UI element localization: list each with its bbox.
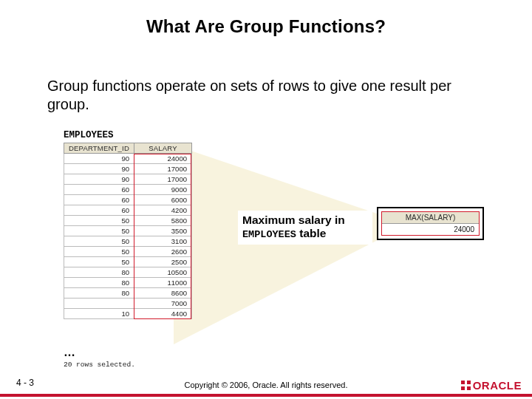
cell-department-id: 80 xyxy=(64,267,134,278)
cell-salary: 3100 xyxy=(134,236,191,247)
cell-salary: 3500 xyxy=(134,226,191,236)
cell-salary: 11000 xyxy=(134,278,191,288)
callout-line1: Maximum salary in xyxy=(242,214,368,227)
cell-department-id: 80 xyxy=(64,288,134,299)
table-row: 502500 xyxy=(64,257,192,267)
cell-salary: 17000 xyxy=(134,164,191,174)
table-row: 9024000 xyxy=(64,154,192,164)
cell-salary: 5800 xyxy=(134,216,191,226)
footer-red-bar xyxy=(0,394,532,397)
cell-department-id: 50 xyxy=(64,257,134,267)
table-row: 7000 xyxy=(64,299,192,309)
cell-department-id: 50 xyxy=(64,226,134,236)
cell-salary: 24000 xyxy=(134,154,191,164)
result-value: 24000 xyxy=(382,224,480,236)
table-row: 503500 xyxy=(64,226,192,236)
cell-department-id: 90 xyxy=(64,174,134,185)
cell-department-id: 60 xyxy=(64,195,134,205)
cell-salary: 10500 xyxy=(134,267,191,278)
cell-salary: 9000 xyxy=(134,185,191,195)
employees-table: DEPARTMENT_ID SALARY 9024000901700090170… xyxy=(64,143,192,319)
slide-title: What Are Group Functions? xyxy=(0,16,532,37)
result-table: MAX(SALARY) 24000 xyxy=(381,211,480,236)
cell-department-id: 60 xyxy=(64,205,134,216)
oracle-logo: ORACLE xyxy=(461,379,522,392)
slide: What Are Group Functions? Group function… xyxy=(0,0,532,399)
table-row: 8011000 xyxy=(64,278,192,288)
oracle-logo-text: ORACLE xyxy=(473,379,522,392)
table-row: 104400 xyxy=(64,309,192,319)
cell-salary: 4200 xyxy=(134,205,191,216)
ellipsis: … xyxy=(64,346,75,359)
oracle-grid-icon xyxy=(461,381,471,390)
cell-salary: 17000 xyxy=(134,174,191,185)
copyright-text: Copyright © 2006, Oracle. All rights res… xyxy=(0,381,532,389)
callout-line2: EMPLOYEES table xyxy=(242,227,368,241)
cell-salary: 4400 xyxy=(134,309,191,319)
result-box: MAX(SALARY) 24000 xyxy=(377,207,484,240)
callout-suffix: table xyxy=(296,227,326,239)
table-row: 503100 xyxy=(64,236,192,247)
cell-department-id: 60 xyxy=(64,185,134,195)
table-header-row: DEPARTMENT_ID SALARY xyxy=(64,143,192,154)
cell-salary: 7000 xyxy=(134,299,191,309)
cell-department-id: 80 xyxy=(64,278,134,288)
table-row: 606000 xyxy=(64,195,192,205)
result-header: MAX(SALARY) xyxy=(382,212,480,224)
table-row: 9017000 xyxy=(64,174,192,185)
table-row: 9017000 xyxy=(64,164,192,174)
callout-box: Maximum salary in EMPLOYEES table xyxy=(238,211,372,245)
cell-salary: 2500 xyxy=(134,257,191,267)
cell-department-id xyxy=(64,299,134,309)
table-row: 808600 xyxy=(64,288,192,299)
table-row: 609000 xyxy=(64,185,192,195)
rows-selected-text: 20 rows selected. xyxy=(64,361,135,369)
cell-salary: 8600 xyxy=(134,288,191,299)
cell-salary: 2600 xyxy=(134,247,191,257)
callout-table-word: EMPLOYEES xyxy=(242,229,296,240)
col-department-id: DEPARTMENT_ID xyxy=(64,143,134,154)
col-salary: SALARY xyxy=(134,143,191,154)
table-row: 502600 xyxy=(64,247,192,257)
table-row: 604200 xyxy=(64,205,192,216)
table-row: 505800 xyxy=(64,216,192,226)
employees-table-label: EMPLOYEES xyxy=(64,130,114,140)
cell-department-id: 50 xyxy=(64,216,134,226)
cell-salary: 6000 xyxy=(134,195,191,205)
footer: 4 - 3 Copyright © 2006, Oracle. All righ… xyxy=(0,378,532,397)
cell-department-id: 10 xyxy=(64,309,134,319)
cell-department-id: 90 xyxy=(64,154,134,164)
svg-marker-0 xyxy=(174,145,379,344)
cell-department-id: 90 xyxy=(64,164,134,174)
table-row: 8010500 xyxy=(64,267,192,278)
slide-subtitle: Group functions operate on sets of rows … xyxy=(47,77,491,114)
cell-department-id: 50 xyxy=(64,247,134,257)
cell-department-id: 50 xyxy=(64,236,134,247)
